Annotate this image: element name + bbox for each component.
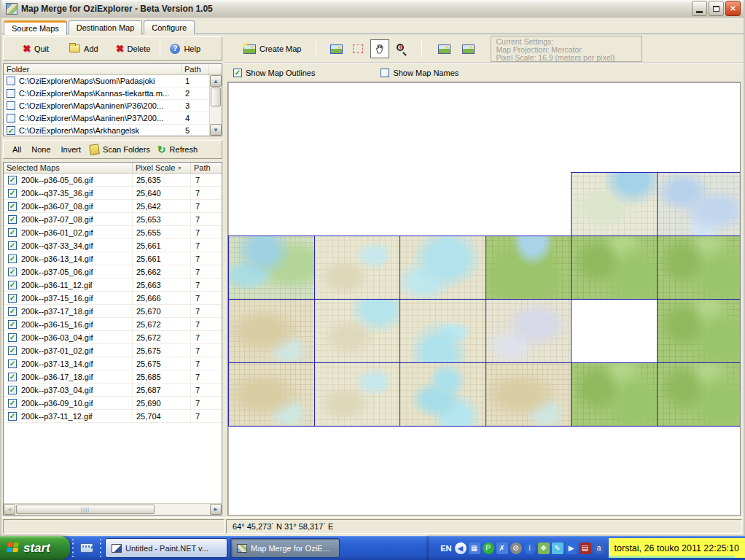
folder-checkbox[interactable]: [7, 77, 15, 85]
folder-checkbox[interactable]: [7, 101, 15, 110]
clock[interactable]: torstai, 26 touko 2011 22:25:10: [609, 538, 745, 558]
map-tile[interactable]: [657, 299, 741, 363]
map-checkbox[interactable]: [8, 215, 17, 224]
folder-row[interactable]: C:\OziExplorer\Maps\Aaninen\P36\200... 3: [4, 100, 209, 112]
scroll-up-icon[interactable]: ▲: [210, 75, 222, 87]
map-checkbox[interactable]: [8, 307, 17, 316]
map-row[interactable]: 200k--p37-05_06.gif 25,662 7: [4, 265, 222, 279]
show-outlines-checkbox[interactable]: [233, 69, 242, 77]
tray-network-icon[interactable]: ▦: [469, 542, 480, 554]
folder-column-header[interactable]: Folder: [4, 64, 182, 74]
map-row[interactable]: 200k--p37-03_04.gif 25,687 7: [4, 384, 222, 397]
maps-horizontal-scrollbar[interactable]: ◄ |||| ►: [4, 503, 222, 515]
map-tile[interactable]: [657, 172, 741, 236]
map-row[interactable]: 200k--p36-11_12.gif 25,663 7: [4, 279, 222, 292]
map-checkbox[interactable]: [8, 176, 17, 184]
language-indicator[interactable]: EN: [437, 544, 454, 553]
map-checkbox[interactable]: [8, 373, 17, 381]
restore-button[interactable]: [709, 1, 724, 16]
folder-row[interactable]: C:\OziExplorer\Maps\Kannas-tiekartta.m..…: [4, 88, 209, 100]
map-row[interactable]: 200k--p36-09_10.gif 25,690 7: [4, 397, 222, 410]
quit-button[interactable]: ✖ Quit: [18, 42, 53, 55]
tray-package-icon[interactable]: ❖: [538, 542, 550, 554]
map-row[interactable]: 200k--q37-35_36.gif 25,640 7: [4, 187, 222, 200]
map-canvas[interactable]: [227, 82, 741, 516]
taskbar-window-button[interactable]: Map Merge for OziEx...: [230, 538, 340, 558]
map-tile[interactable]: [485, 362, 572, 427]
maps-column-header[interactable]: Selected Maps: [4, 163, 133, 173]
scroll-track[interactable]: [210, 107, 222, 124]
map-tile[interactable]: [314, 362, 401, 427]
scan-folders-button[interactable]: Scan Folders: [90, 144, 150, 155]
map-tile[interactable]: [657, 362, 741, 427]
map-row[interactable]: 200k--p37-01_02.gif 25,675 7: [4, 344, 222, 357]
map-tile[interactable]: [314, 299, 401, 363]
map-checkbox[interactable]: [8, 333, 17, 342]
scroll-left-icon[interactable]: ◄: [4, 504, 15, 515]
view-map-tool-button[interactable]: [327, 39, 346, 58]
map-row[interactable]: 200k--p36-07_08.gif 25,642 7: [4, 200, 222, 213]
add-button[interactable]: Add: [65, 42, 103, 55]
maps-path-column-header[interactable]: Path: [191, 163, 222, 173]
tab[interactable]: Destination Map: [69, 20, 143, 34]
scroll-thumb[interactable]: [211, 88, 221, 106]
map-tile[interactable]: [228, 236, 315, 300]
hide-icons-chevron[interactable]: ◀: [455, 542, 467, 554]
map-checkbox[interactable]: [8, 281, 17, 289]
folder-checkbox[interactable]: [7, 89, 15, 98]
map-checkbox[interactable]: [8, 412, 17, 421]
maps-overview-red-button[interactable]: [456, 39, 477, 58]
tray-grid-icon[interactable]: ▤: [580, 542, 591, 554]
map-row[interactable]: 200k--p36-01_02.gif 25,655 7: [4, 226, 222, 239]
tray-a-icon[interactable]: a: [593, 542, 605, 554]
map-tile[interactable]: [571, 362, 658, 427]
select-all-button[interactable]: All: [11, 144, 23, 155]
map-row[interactable]: 200k--p36-15_16.gif 25,672 7: [4, 318, 222, 331]
tab[interactable]: Configure: [144, 20, 195, 34]
map-checkbox[interactable]: [8, 359, 17, 368]
map-tile[interactable]: [228, 362, 315, 427]
map-row[interactable]: 200k--p37-11_12.gif 25,704 7: [4, 410, 222, 423]
refresh-button[interactable]: ↻ Refresh: [157, 145, 198, 154]
quick-launch-keyboard-icon[interactable]: [80, 543, 93, 553]
folder-checkbox[interactable]: [7, 114, 15, 122]
start-button[interactable]: start: [0, 536, 70, 560]
tray-program-p-icon[interactable]: P: [483, 542, 494, 554]
folder-row[interactable]: C:\OziExplorer\Maps\Arkhangelsk 5: [4, 125, 209, 136]
map-checkbox[interactable]: [8, 268, 17, 276]
map-checkbox[interactable]: [8, 228, 17, 237]
path-column-header[interactable]: Path: [182, 64, 209, 74]
scroll-down-icon[interactable]: ▼: [210, 124, 222, 136]
map-row[interactable]: 200k--p37-17_18.gif 25,670 7: [4, 305, 222, 318]
tray-blocked-icon[interactable]: ⊘: [510, 542, 522, 554]
tab[interactable]: Source Maps: [4, 20, 67, 35]
map-row[interactable]: 200k--p37-15_16.gif 25,666 7: [4, 292, 222, 305]
map-row[interactable]: 200k--p36-17_18.gif 25,685 7: [4, 370, 222, 384]
show-names-checkbox[interactable]: [381, 69, 389, 77]
map-row[interactable]: 200k--p37-07_08.gif 25,653 7: [4, 213, 222, 226]
taskbar-grip[interactable]: [98, 539, 103, 557]
folder-row[interactable]: C:\OziExplorer\Maps\Suomi\Padasjoki 1: [4, 75, 209, 88]
folder-row[interactable]: C:\OziExplorer\Maps\Aaninen\P37\200... 4: [4, 112, 209, 125]
map-row[interactable]: 200k--p36-13_14.gif 25,661 7: [4, 252, 222, 265]
map-checkbox[interactable]: [8, 202, 17, 211]
map-row[interactable]: 200k--p36-05_06.gif 25,635 7: [4, 174, 222, 187]
select-none-button[interactable]: None: [30, 144, 52, 155]
map-tile[interactable]: [571, 172, 658, 236]
scroll-right-icon[interactable]: ►: [210, 504, 222, 515]
map-tile[interactable]: [485, 299, 572, 363]
tray-pen-icon[interactable]: ✎: [552, 542, 563, 554]
map-tile[interactable]: [399, 236, 486, 300]
map-checkbox[interactable]: [8, 241, 17, 250]
map-checkbox[interactable]: [8, 254, 17, 263]
hscroll-track[interactable]: [155, 504, 210, 515]
hscroll-thumb[interactable]: ||||: [16, 505, 155, 514]
folder-checkbox[interactable]: [7, 126, 15, 135]
show-outlines-option[interactable]: Show Map Outlines: [233, 69, 315, 77]
delete-button[interactable]: ✖ Delete: [112, 42, 155, 55]
map-checkbox[interactable]: [8, 346, 17, 355]
map-tile[interactable]: [485, 236, 572, 300]
map-row[interactable]: 200k--q37-33_34.gif 25,661 7: [4, 239, 222, 252]
tray-info-icon[interactable]: i: [524, 542, 536, 554]
map-row[interactable]: 200k--p36-03_04.gif 25,672 7: [4, 331, 222, 344]
